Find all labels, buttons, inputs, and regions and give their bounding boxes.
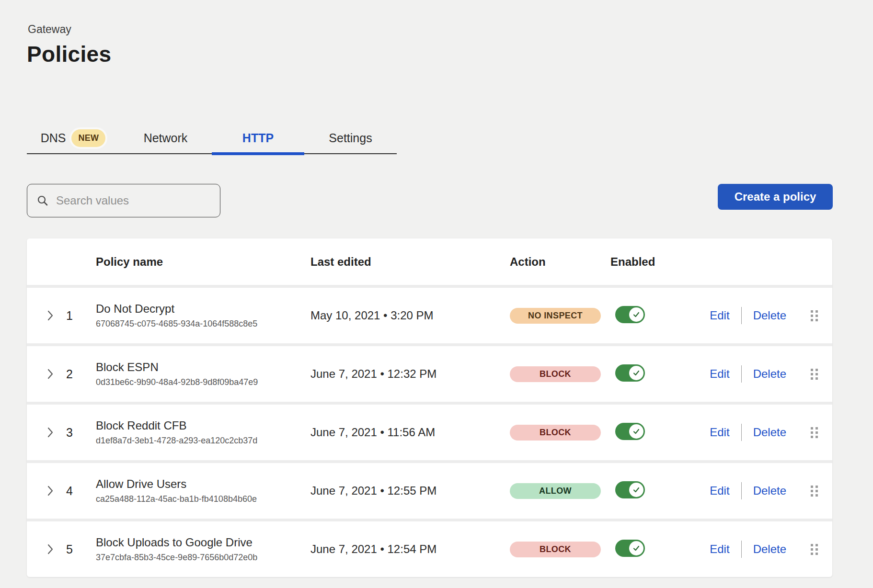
column-header-enabled: Enabled: [610, 255, 693, 269]
enabled-cell: [610, 306, 693, 325]
policy-name-cell: Block Reddit CFB d1ef8a7d-3eb1-4728-a293…: [96, 419, 310, 446]
toggle-knob: [629, 483, 643, 497]
table-row: 5 Block Uploads to Google Drive 37e7cbfa…: [27, 521, 832, 577]
drag-handle-icon[interactable]: [811, 310, 818, 321]
divider: [741, 365, 742, 383]
row-actions: Edit Delete: [693, 482, 786, 499]
tab-label: Settings: [329, 131, 372, 145]
column-header-policy-name: Policy name: [96, 255, 310, 269]
row-index: 2: [66, 367, 96, 381]
tab-dns[interactable]: DNS NEW: [27, 123, 119, 153]
divider: [741, 482, 742, 499]
policies-table: Policy name Last edited Action Enabled 1…: [27, 238, 832, 577]
enabled-toggle[interactable]: [615, 423, 645, 440]
chevron-right-icon[interactable]: [47, 485, 66, 497]
table-body: 1 Do Not Decrypt 67068745-c075-4685-934a…: [27, 288, 832, 577]
enabled-cell: [610, 423, 693, 442]
action-cell: BLOCK: [510, 542, 610, 557]
policy-uuid: ca25a488-112a-45ac-ba1b-fb4108b4b60e: [96, 494, 310, 504]
delete-link[interactable]: Delete: [753, 543, 786, 556]
check-icon: [632, 428, 640, 435]
new-badge: NEW: [71, 129, 105, 147]
enabled-toggle[interactable]: [615, 364, 645, 382]
action-badge: ALLOW: [510, 483, 601, 499]
check-icon: [632, 311, 640, 318]
row-actions: Edit Delete: [693, 307, 786, 324]
chevron-right-icon[interactable]: [47, 310, 66, 321]
toggle-knob: [629, 541, 643, 555]
tab-label: DNS: [41, 131, 66, 145]
action-cell: BLOCK: [510, 366, 610, 382]
last-edited: June 7, 2021 • 11:56 AM: [310, 426, 510, 439]
policy-uuid: 0d31be6c-9b90-48a4-92b8-9d8f09ba47e9: [96, 377, 310, 387]
check-icon: [632, 544, 640, 552]
divider: [741, 541, 742, 558]
search-input[interactable]: [56, 194, 210, 207]
enabled-cell: [610, 364, 693, 384]
row-index: 5: [66, 543, 96, 556]
tab-network[interactable]: Network: [119, 123, 212, 153]
column-header-action: Action: [510, 255, 610, 269]
table-row: 4 Allow Drive Users ca25a488-112a-45ac-b…: [27, 463, 832, 519]
tab-http[interactable]: HTTP: [212, 123, 304, 153]
row-index: 1: [66, 309, 96, 323]
delete-link[interactable]: Delete: [753, 367, 786, 381]
action-cell: BLOCK: [510, 425, 610, 441]
policy-name-cell: Do Not Decrypt 67068745-c075-4685-934a-1…: [96, 302, 310, 329]
policy-name-cell: Block Uploads to Google Drive 37e7cbfa-8…: [96, 536, 310, 563]
search-box[interactable]: [27, 184, 220, 217]
chevron-right-icon[interactable]: [47, 427, 66, 438]
last-edited: June 7, 2021 • 12:32 PM: [310, 367, 510, 381]
row-index: 4: [66, 484, 96, 498]
drag-handle-icon[interactable]: [811, 486, 818, 497]
policy-name-cell: Block ESPN 0d31be6c-9b90-48a4-92b8-9d8f0…: [96, 361, 310, 387]
delete-link[interactable]: Delete: [753, 309, 786, 322]
toggle-knob: [629, 307, 643, 322]
action-cell: NO INSPECT: [510, 308, 610, 324]
edit-link[interactable]: Edit: [710, 367, 729, 381]
table-row: 2 Block ESPN 0d31be6c-9b90-48a4-92b8-9d8…: [27, 346, 832, 402]
table-row: 1 Do Not Decrypt 67068745-c075-4685-934a…: [27, 288, 832, 343]
edit-link[interactable]: Edit: [710, 484, 729, 498]
chevron-right-icon[interactable]: [47, 368, 66, 380]
enabled-toggle[interactable]: [615, 540, 645, 557]
edit-link[interactable]: Edit: [710, 426, 729, 439]
column-header-last-edited: Last edited: [310, 255, 510, 269]
delete-link[interactable]: Delete: [753, 484, 786, 498]
tab-bar: DNS NEW Network HTTP Settings: [27, 123, 397, 154]
enabled-toggle[interactable]: [615, 481, 645, 498]
divider: [741, 424, 742, 441]
table-row: 3 Block Reddit CFB d1ef8a7d-3eb1-4728-a2…: [27, 405, 832, 460]
action-cell: ALLOW: [510, 483, 610, 499]
action-badge: BLOCK: [510, 366, 601, 382]
tab-settings[interactable]: Settings: [304, 123, 397, 153]
delete-link[interactable]: Delete: [753, 426, 786, 439]
edit-link[interactable]: Edit: [710, 309, 729, 322]
policy-name: Block ESPN: [96, 361, 310, 374]
policy-name: Allow Drive Users: [96, 477, 310, 491]
table-header-row: Policy name Last edited Action Enabled: [27, 238, 832, 285]
policy-name-cell: Allow Drive Users ca25a488-112a-45ac-ba1…: [96, 477, 310, 504]
divider: [741, 307, 742, 324]
search-icon: [37, 195, 48, 206]
check-icon: [632, 369, 640, 377]
action-badge: NO INSPECT: [510, 308, 601, 324]
policy-uuid: 37e7cbfa-85b3-45ce-9e89-7656b0d72e0b: [96, 553, 310, 563]
toggle-knob: [629, 366, 643, 380]
drag-handle-icon[interactable]: [811, 544, 818, 555]
page-title: Policies: [27, 41, 111, 67]
row-index: 3: [66, 426, 96, 440]
chevron-right-icon[interactable]: [47, 543, 66, 555]
policy-uuid: d1ef8a7d-3eb1-4728-a293-ea120c2cb37d: [96, 436, 310, 446]
breadcrumb[interactable]: Gateway: [28, 23, 71, 36]
create-policy-button[interactable]: Create a policy: [718, 184, 833, 210]
enabled-toggle[interactable]: [615, 306, 645, 323]
action-badge: BLOCK: [510, 542, 601, 557]
edit-link[interactable]: Edit: [710, 543, 729, 556]
last-edited: June 7, 2021 • 12:54 PM: [310, 543, 510, 556]
enabled-cell: [610, 540, 693, 559]
policy-name: Block Uploads to Google Drive: [96, 536, 310, 549]
last-edited: June 7, 2021 • 12:55 PM: [310, 484, 510, 498]
drag-handle-icon[interactable]: [811, 427, 818, 438]
drag-handle-icon[interactable]: [811, 369, 818, 380]
